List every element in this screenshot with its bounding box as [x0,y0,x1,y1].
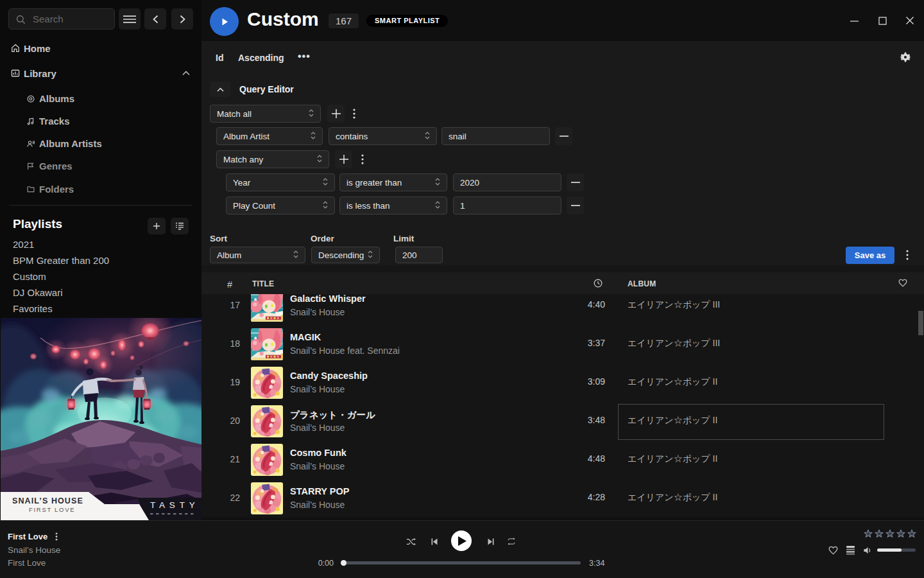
svg-text:FIRST LOVE: FIRST LOVE [29,506,75,513]
svg-text:TASTY: TASTY [150,500,200,510]
svg-text:SNAIL’S HOUSE: SNAIL’S HOUSE [12,496,83,505]
